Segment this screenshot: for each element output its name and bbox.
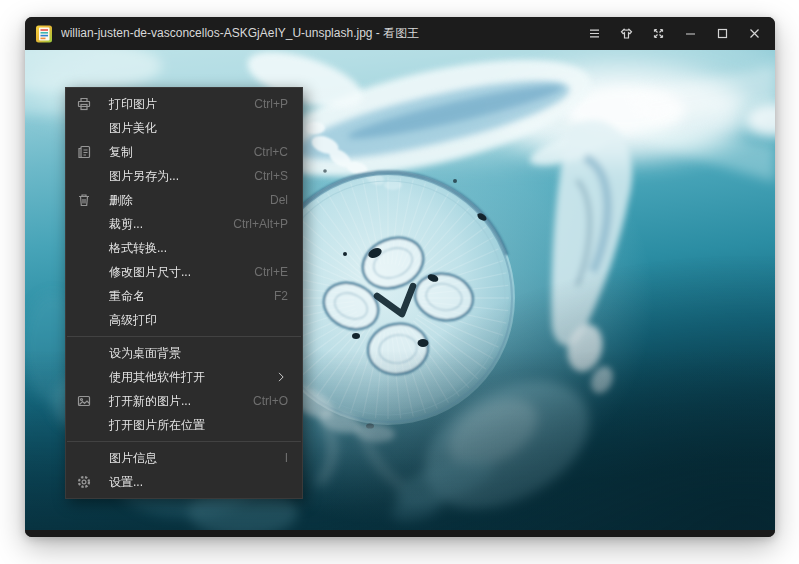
menu-item-label: 重命名 (109, 288, 145, 305)
window-bottom-edge (25, 530, 775, 537)
skin-button[interactable] (613, 22, 639, 46)
hamburger-icon (588, 27, 601, 40)
context-menu: 打印图片Ctrl+P图片美化复制Ctrl+C图片另存为...Ctrl+S删除De… (65, 87, 303, 499)
menu-separator (67, 336, 301, 337)
menu-item-label: 设置... (109, 474, 143, 491)
window-title: willian-justen-de-vasconcellos-ASKGjAeIY… (61, 25, 419, 42)
menu-item[interactable]: 打开图片所在位置 (66, 413, 302, 437)
printer-icon (76, 96, 92, 112)
menu-item-label: 设为桌面背景 (109, 345, 181, 362)
menu-item[interactable]: 打开新的图片...Ctrl+O (66, 389, 302, 413)
close-icon (748, 27, 761, 40)
close-button[interactable] (741, 22, 767, 46)
menu-item-label: 复制 (109, 144, 133, 161)
fullscreen-arrows-icon (652, 27, 665, 40)
menu-item-label: 图片美化 (109, 120, 157, 137)
printer-icon (76, 96, 92, 112)
menu-item-icon-placeholder (76, 264, 92, 280)
minimize-button[interactable] (677, 22, 703, 46)
menu-item[interactable]: 图片信息I (66, 446, 302, 470)
titlebar: willian-justen-de-vasconcellos-ASKGjAeIY… (25, 17, 775, 50)
menu-item-label: 使用其他软件打开 (109, 369, 205, 386)
menu-separator (67, 441, 301, 442)
menu-item-label: 格式转换... (109, 240, 167, 257)
menu-item[interactable]: 复制Ctrl+C (66, 140, 302, 164)
menu-item-label: 删除 (109, 192, 133, 209)
main-menu-button[interactable] (581, 22, 607, 46)
menu-item[interactable]: 重命名F2 (66, 284, 302, 308)
menu-item[interactable]: 删除Del (66, 188, 302, 212)
menu-item-shortcut: Ctrl+E (254, 265, 288, 279)
menu-item[interactable]: 使用其他软件打开 (66, 365, 302, 389)
skin-shirt-icon (620, 27, 633, 40)
menu-item-label: 修改图片尺寸... (109, 264, 191, 281)
menu-item[interactable]: 修改图片尺寸...Ctrl+E (66, 260, 302, 284)
menu-item-label: 打印图片 (109, 96, 157, 113)
menu-item-label: 打开新的图片... (109, 393, 191, 410)
image-icon (76, 393, 92, 409)
menu-item[interactable]: 设为桌面背景 (66, 341, 302, 365)
menu-item-label: 图片信息 (109, 450, 157, 467)
menu-item-shortcut: Ctrl+S (254, 169, 288, 183)
menu-item-icon-placeholder (76, 288, 92, 304)
trash-icon (76, 192, 92, 208)
menu-item-label: 裁剪... (109, 216, 143, 233)
menu-item-shortcut: Ctrl+O (253, 394, 288, 408)
gear-icon (76, 474, 92, 490)
menu-item-label: 图片另存为... (109, 168, 179, 185)
copy-icon (76, 144, 92, 160)
menu-item[interactable]: 高级打印 (66, 308, 302, 332)
menu-item-shortcut: F2 (274, 289, 288, 303)
menu-item[interactable]: 设置... (66, 470, 302, 494)
menu-item-icon-placeholder (76, 417, 92, 433)
trash-icon (76, 192, 92, 208)
fullscreen-button[interactable] (645, 22, 671, 46)
menu-item[interactable]: 图片另存为...Ctrl+S (66, 164, 302, 188)
menu-item-icon-placeholder (76, 450, 92, 466)
menu-item-shortcut: Del (270, 193, 288, 207)
chevron-right-icon (276, 371, 288, 383)
menu-item-shortcut: Ctrl+Alt+P (233, 217, 288, 231)
menu-item-icon-placeholder (76, 240, 92, 256)
window-controls (575, 22, 767, 46)
menu-item-label: 高级打印 (109, 312, 157, 329)
menu-item[interactable]: 格式转换... (66, 236, 302, 260)
menu-item-icon-placeholder (76, 120, 92, 136)
menu-item[interactable]: 打印图片Ctrl+P (66, 92, 302, 116)
copy-icon (76, 144, 92, 160)
image-icon (76, 393, 92, 409)
menu-item[interactable]: 裁剪...Ctrl+Alt+P (66, 212, 302, 236)
menu-item-icon-placeholder (76, 168, 92, 184)
app-logo-icon (35, 25, 53, 43)
menu-item-shortcut: I (285, 451, 288, 465)
menu-item[interactable]: 图片美化 (66, 116, 302, 140)
menu-item-icon-placeholder (76, 312, 92, 328)
gear-icon (76, 474, 92, 490)
menu-item-icon-placeholder (76, 216, 92, 232)
submenu-arrow-icon (276, 371, 288, 383)
maximize-button[interactable] (709, 22, 735, 46)
menu-item-shortcut: Ctrl+C (254, 145, 288, 159)
maximize-icon (716, 27, 729, 40)
menu-item-label: 打开图片所在位置 (109, 417, 205, 434)
menu-item-icon-placeholder (76, 345, 92, 361)
menu-item-icon-placeholder (76, 369, 92, 385)
minimize-icon (684, 27, 697, 40)
menu-item-shortcut: Ctrl+P (254, 97, 288, 111)
